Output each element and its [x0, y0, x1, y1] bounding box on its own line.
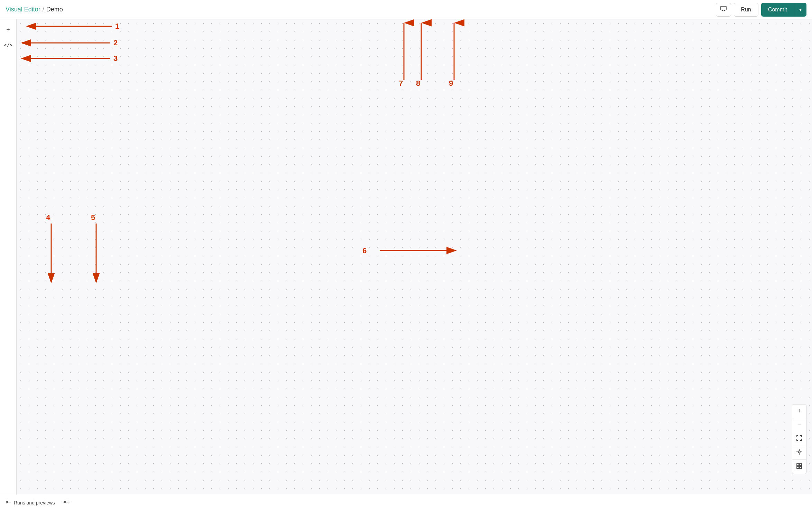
- svg-text:5: 5: [91, 213, 95, 222]
- header-actions: Run Commit ▾: [716, 3, 806, 17]
- chat-icon: [720, 5, 727, 14]
- svg-point-23: [798, 451, 800, 453]
- code-icon: </>: [4, 42, 12, 48]
- svg-text:6: 6: [362, 246, 367, 255]
- runs-previews-icon: [6, 500, 12, 506]
- annotations-overlay: 1 2 3 4 5 6 7 8 9: [17, 19, 812, 495]
- zoom-controls: + −: [792, 404, 806, 474]
- runs-previews-item[interactable]: Runs and previews: [6, 500, 55, 506]
- grid-icon: [796, 463, 802, 471]
- filter-icon: [63, 500, 70, 506]
- svg-text:2: 2: [113, 38, 118, 47]
- svg-rect-31: [800, 466, 802, 468]
- fit-icon: [796, 435, 802, 443]
- svg-rect-29: [800, 464, 802, 466]
- commit-button-group: Commit ▾: [761, 3, 806, 17]
- canvas-area[interactable]: 1 2 3 4 5 6 7 8 9: [17, 19, 812, 495]
- chat-button[interactable]: [716, 3, 731, 17]
- commit-dropdown-button[interactable]: ▾: [794, 3, 806, 17]
- filter-item[interactable]: [63, 500, 70, 506]
- runs-previews-label: Runs and previews: [14, 500, 55, 506]
- svg-text:1: 1: [115, 22, 119, 30]
- chevron-down-icon: ▾: [799, 7, 802, 12]
- run-button[interactable]: Run: [734, 3, 758, 17]
- svg-rect-0: [721, 6, 726, 10]
- svg-text:8: 8: [416, 79, 420, 88]
- breadcrumb-demo: Demo: [46, 6, 63, 13]
- svg-point-32: [6, 501, 8, 503]
- commit-button[interactable]: Commit: [761, 3, 794, 17]
- svg-rect-28: [797, 464, 799, 466]
- svg-text:4: 4: [46, 213, 50, 222]
- code-view-button[interactable]: </>: [2, 39, 15, 51]
- svg-text:3: 3: [113, 54, 118, 63]
- zoom-out-button[interactable]: −: [792, 418, 806, 432]
- plus-icon: +: [6, 26, 10, 34]
- bottom-bar: Runs and previews: [0, 495, 812, 510]
- center-icon: [796, 449, 802, 457]
- svg-text:9: 9: [449, 79, 453, 88]
- grid-button[interactable]: [792, 460, 806, 474]
- header: Visual Editor / Demo Run Commit ▾: [0, 0, 812, 19]
- svg-rect-30: [797, 466, 799, 468]
- left-sidebar: + </>: [0, 19, 17, 495]
- breadcrumb-separator: /: [43, 6, 44, 13]
- breadcrumb: Visual Editor / Demo: [6, 6, 63, 13]
- breadcrumb-visual-editor[interactable]: Visual Editor: [6, 6, 40, 13]
- fit-screen-button[interactable]: [792, 432, 806, 446]
- add-block-button[interactable]: +: [2, 24, 15, 36]
- main-content: + </>: [0, 19, 812, 495]
- zoom-in-button[interactable]: +: [792, 404, 806, 418]
- svg-point-36: [64, 501, 66, 503]
- svg-text:7: 7: [399, 79, 403, 88]
- center-button[interactable]: [792, 446, 806, 460]
